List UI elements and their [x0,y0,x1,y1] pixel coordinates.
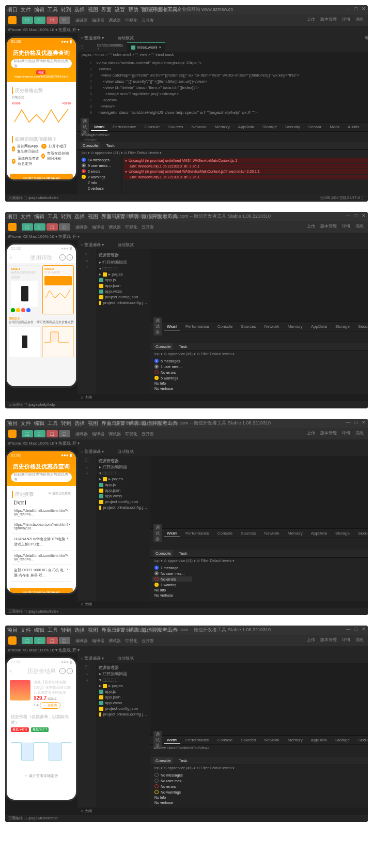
device-bar[interactable]: iPhone XS Max 100% 16 ▾ 热重载 开 ▾ [5,439,368,447]
minimize-icon[interactable]: — [346,420,351,425]
menu-item[interactable]: 工具 [48,420,58,427]
search-input[interactable]: 粘贴商品链接查询价格走势或优惠券 [14,58,69,69]
maximize-icon[interactable]: □ [355,420,358,425]
dt-tab[interactable]: Sources [238,530,259,537]
tb-version[interactable]: 版本管理 [320,430,337,436]
close-icon[interactable]: ✕ [362,213,366,218]
tree-item[interactable]: app.wxss [105,701,122,705]
tree-item[interactable]: app.wxss [105,494,122,498]
device-bar[interactable]: iPhone XS Max 100% 16 ▾ 热重载 开 ▾ [5,233,368,240]
console-filter[interactable]: top ▾ ⊙ appservice (#1) ▾ ⊙ Filter Defau… [154,559,235,563]
tree-item[interactable]: ▾ ⬚⬚⬚⬚ [98,266,148,271]
search-icon[interactable]: ⌕ [86,258,88,262]
btn[interactable]: ⬚ [22,637,33,644]
back-icon[interactable]: ‹ [10,667,12,675]
dt-tab[interactable]: Wxml [164,530,180,537]
compile-mode[interactable]: ○ 普通编译 ▾ [81,449,104,454]
outline-label[interactable]: ⊙ 大纲 [77,601,368,608]
console-tab[interactable]: Console [153,757,173,764]
hist-item[interactable]: HUANANZHI/华南金牌 X79电脑游戏主板CPU套… [14,537,67,547]
msg-count[interactable]: No errors [161,785,176,788]
btn-visual[interactable]: ⬚ [59,17,70,24]
dt-tab[interactable]: Security [282,124,303,130]
menu-item[interactable]: 文件 [21,213,31,220]
tree-item[interactable]: project.config.json [105,706,138,711]
menu-item[interactable]: 选择 [74,627,85,634]
breadcrumb[interactable]: pages > index > ⬚ index.wxml > ⬚ view > … [77,52,368,58]
btn[interactable]: ⬚ [46,430,58,437]
autopreview[interactable]: 自动预览 [117,449,134,454]
msg-count[interactable]: 5 messages [161,359,180,363]
dt-tab[interactable]: Memory [285,737,306,743]
task-tab[interactable]: Task [177,343,189,350]
tb-detail[interactable]: 详情 [342,17,350,22]
btn[interactable]: ⬚ [22,223,33,231]
console-tab[interactable]: Console [153,550,173,557]
dt-tab[interactable]: Performance [182,737,212,743]
dt-tab[interactable]: Storage [259,124,280,130]
dt-tab[interactable]: Sensor [305,124,324,130]
tree-item[interactable]: app.js [105,689,116,694]
dt-tab-wxml[interactable]: Wxml [91,124,107,131]
menu-item[interactable]: 视图 [88,420,98,427]
more-icon[interactable]: ⋯ [59,254,66,261]
dt-tab[interactable]: Console [214,530,236,537]
device-bar[interactable]: iPhone XS Max 100% 16 ▾ 热重载 开 ▾ [5,646,368,653]
tree-item[interactable]: project.private.config.j… [103,712,147,717]
msg-count[interactable]: No info [154,796,166,799]
dt-tab[interactable]: Wxml [164,737,180,744]
msg-count[interactable]: 1 warning [161,583,176,587]
autopreview[interactable]: 自动预览 [117,656,134,661]
code-editor[interactable]: 1<view class="section-content" style="ma… [77,58,368,122]
search-input[interactable]: 粘贴商品链接查询价格走势或优惠券 [14,472,69,482]
msg-count[interactable]: No verbose [154,387,173,390]
dt-tab[interactable]: Storage [332,530,353,537]
minimize-icon[interactable]: — [346,627,351,632]
dt-tab[interactable]: Memory [285,323,306,330]
delete-icon[interactable]: × [68,523,70,530]
close-icon[interactable]: ✕ [362,627,366,632]
tb-detail[interactable]: 详情 [342,637,350,643]
dt-tab[interactable]: Storage [332,323,353,330]
tree-item[interactable]: app.json [105,695,120,699]
btn-editor[interactable]: ⬚ [22,17,33,24]
delete-icon[interactable]: × [67,554,69,561]
delete-icon[interactable]: × [67,509,69,516]
compile-actions[interactable]: 编译 预览 真机调试 清缓存 [365,35,368,41]
dt-tab[interactable]: AppData [308,530,330,537]
close-icon[interactable]: ✕ [362,6,366,11]
msg-count[interactable]: 9 user mess… [88,164,111,167]
msg-count[interactable]: No messages [161,773,183,777]
tb-version[interactable]: 版本管理 [320,17,337,22]
git-icon[interactable]: ⑂ [86,472,88,476]
menu-item[interactable]: 转到 [61,627,71,634]
menu-item[interactable]: 设置 [115,6,125,13]
msg-count[interactable]: No errors [161,577,176,581]
msg-count[interactable]: No warnings [161,790,181,794]
back-icon[interactable]: ‹ [10,254,12,261]
buy-button[interactable]: ← 去抢购 [40,702,60,709]
console-filter[interactable]: top ▾ ⊙ appservice (#1) ▾ ⊙ Filter Defau… [154,352,235,356]
task-tab[interactable]: Task [104,142,116,149]
dt-tab[interactable]: Memory [285,530,306,537]
dt-tab[interactable]: Audits [345,124,362,130]
file-tab[interactable]: index.wxml× [127,42,165,52]
tb-upload[interactable]: 上传 [307,430,315,436]
delete-icon[interactable]: × [67,537,69,547]
menu-item[interactable]: 工具 [48,627,58,634]
autopreview[interactable]: 自动预览 [117,35,134,41]
menu-item[interactable]: 视图 [88,6,98,13]
minimize-icon[interactable]: — [346,213,351,218]
tb-version[interactable]: 版本管理 [320,223,337,229]
close-icon[interactable]: ✕ [362,420,366,425]
menu-item[interactable]: 选择 [74,6,85,13]
menu-item[interactable]: 项目 [7,6,18,13]
tb-detail[interactable]: 详情 [342,223,350,229]
git-icon[interactable]: ⑂ [86,679,88,682]
btn[interactable]: ⬚ [34,637,45,644]
msg-count[interactable]: No verbose [154,593,173,597]
tb-msg[interactable]: 消息 [355,637,364,643]
menu-item[interactable]: 选择 [74,213,85,220]
menu-item[interactable]: 转到 [61,213,71,220]
console-tab[interactable]: Console [81,142,100,149]
